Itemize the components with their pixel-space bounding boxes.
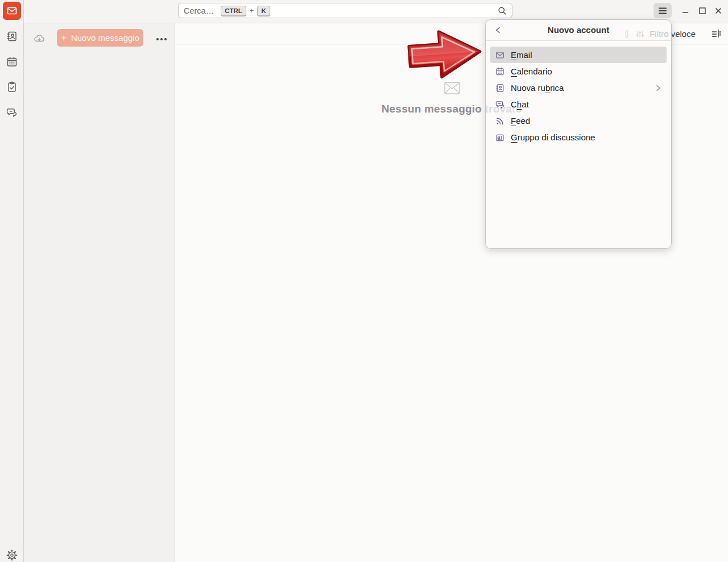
kbd-joiner: + [250,6,254,15]
popover-header: Nuovo account [486,20,671,40]
window-close-button[interactable] [712,3,725,18]
settings-button[interactable] [4,547,20,562]
menu-item-label: Nuova rubrica [511,83,564,93]
menu-item-label: Email [511,50,532,60]
popover-back-button[interactable] [490,22,506,38]
chevron-left-icon [493,25,503,35]
global-search-input[interactable]: Cerca… CTRL + K [178,3,512,18]
rss-icon [495,116,504,126]
folder-pane: + Nuovo messaggio [24,23,175,562]
menu-item-label: Calendario [511,66,552,76]
kbd-ctrl: CTRL [221,6,246,16]
menu-item-calendario[interactable]: Calendario [490,63,667,80]
calendar-icon [6,56,18,68]
space-tasks-button[interactable] [4,79,20,95]
minimize-icon [681,6,690,15]
empty-envelope-icon [444,81,461,95]
window-minimize-button[interactable] [679,3,692,18]
close-icon [714,6,723,15]
space-chat-button[interactable] [4,105,20,120]
address-book-icon [495,84,504,93]
chat-bubble-icon [495,100,504,109]
tasks-icon [6,81,18,93]
space-mail-button[interactable] [3,2,21,20]
cloud-download-icon [33,32,46,45]
newsgroup-icon [495,133,504,142]
menu-item-nuova-rubrica[interactable]: Nuova rubrica [490,80,667,96]
popover-title: Nuovo account [486,20,671,40]
gear-icon [6,549,18,561]
spaces-toolbar [0,0,24,562]
display-options-icon [711,29,721,39]
menu-item-email[interactable]: Email [490,47,667,63]
menu-item-label: Chat [511,99,529,109]
space-calendar-button[interactable] [4,54,20,70]
envelope-icon [495,51,504,60]
search-icon [498,6,507,15]
address-book-icon [6,31,18,42]
new-account-popover: Nuovo account Email [485,19,672,249]
space-address-book-button[interactable] [4,28,20,44]
maximize-icon [698,6,707,15]
window-maximize-button[interactable] [696,3,709,18]
mail-logo-icon [5,4,19,18]
search-placeholder: Cerca… [184,6,214,15]
menu-item-chat[interactable]: Chat [490,96,667,113]
message-list-display-options-button[interactable] [711,29,721,39]
menu-item-label: Gruppo di discussione [511,132,595,142]
plus-icon: + [61,33,67,43]
menu-item-label: Feed [511,116,530,126]
more-options-icon [160,38,163,40]
get-messages-button[interactable] [32,31,47,46]
menu-item-gruppo-di-discussione[interactable]: Gruppo di discussione [490,129,667,145]
new-account-menu: Email Calendario [486,41,671,145]
hamburger-icon [659,10,667,11]
folder-pane-options-button[interactable] [154,32,169,47]
calendar-icon [495,67,504,76]
thunderbird-window: Cerca… CTRL + K [0,0,728,562]
new-message-label: Nuovo messaggio [71,33,139,43]
chat-icon [6,107,18,118]
menu-item-feed[interactable]: Feed [490,113,667,129]
app-menu-button[interactable] [653,3,672,18]
chevron-right-icon [655,84,661,92]
kbd-k: K [257,6,270,16]
new-message-button[interactable]: + Nuovo messaggio [57,29,143,47]
